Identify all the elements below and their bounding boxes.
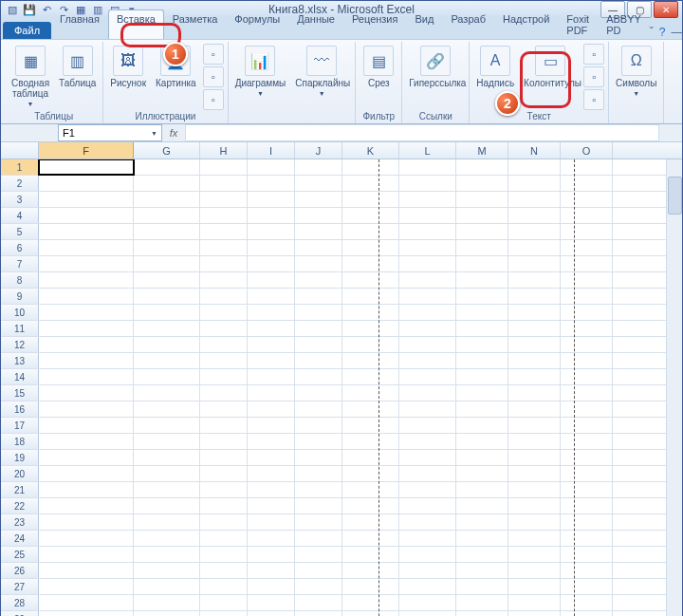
cell[interactable] xyxy=(399,450,456,465)
cell[interactable] xyxy=(39,305,134,320)
cell[interactable] xyxy=(342,611,399,616)
cell[interactable] xyxy=(508,450,561,465)
cell[interactable] xyxy=(134,434,200,449)
row-header[interactable]: 16 xyxy=(1,401,39,417)
cell[interactable] xyxy=(399,224,456,239)
tab-формулы[interactable]: Формулы xyxy=(226,9,288,39)
cell[interactable] xyxy=(456,256,508,271)
cell[interactable] xyxy=(200,498,248,513)
cell[interactable] xyxy=(456,159,508,175)
column-header[interactable]: H xyxy=(200,142,248,159)
cell[interactable] xyxy=(342,305,399,320)
cell[interactable] xyxy=(561,305,613,320)
cell[interactable] xyxy=(456,434,508,449)
row-header[interactable]: 17 xyxy=(1,418,39,433)
column-header[interactable]: N xyxy=(508,142,561,159)
cell[interactable] xyxy=(399,547,456,562)
cell[interactable] xyxy=(200,176,248,191)
cell[interactable] xyxy=(200,256,248,271)
object-button[interactable]: ▫ xyxy=(583,89,604,110)
row-header[interactable]: 6 xyxy=(1,240,39,255)
cell[interactable] xyxy=(134,563,200,578)
cell[interactable] xyxy=(200,466,248,481)
cell[interactable] xyxy=(200,482,248,497)
cell[interactable] xyxy=(342,272,399,288)
cell[interactable] xyxy=(456,272,508,288)
cell[interactable] xyxy=(508,240,561,255)
cell[interactable] xyxy=(39,401,134,417)
row-header[interactable]: 9 xyxy=(1,289,39,304)
save-icon[interactable]: 💾 xyxy=(22,2,37,17)
cell[interactable] xyxy=(295,289,342,304)
cell[interactable] xyxy=(39,321,134,336)
cell[interactable] xyxy=(456,482,508,497)
cell[interactable] xyxy=(295,176,342,191)
cell[interactable] xyxy=(200,563,248,578)
cell[interactable] xyxy=(508,401,561,417)
cell[interactable] xyxy=(456,176,508,191)
row-header[interactable]: 28 xyxy=(1,595,39,610)
cell[interactable] xyxy=(342,401,399,417)
cell[interactable] xyxy=(456,240,508,255)
cell[interactable] xyxy=(456,353,508,368)
cell[interactable] xyxy=(134,240,200,255)
cell[interactable] xyxy=(248,337,295,352)
cell[interactable] xyxy=(39,289,134,304)
row-header[interactable]: 22 xyxy=(1,498,39,513)
cell[interactable] xyxy=(248,418,295,433)
cell[interactable] xyxy=(248,611,295,616)
cell[interactable] xyxy=(342,337,399,352)
cell[interactable] xyxy=(561,563,613,578)
vertical-scroll-thumb[interactable] xyxy=(668,177,682,215)
cell[interactable] xyxy=(456,450,508,465)
formula-input[interactable] xyxy=(185,124,659,141)
cell[interactable] xyxy=(561,595,613,610)
cell[interactable] xyxy=(134,272,200,288)
cell[interactable] xyxy=(200,321,248,336)
cell[interactable] xyxy=(134,159,200,175)
cell[interactable] xyxy=(561,224,613,239)
cell[interactable] xyxy=(248,482,295,497)
name-box[interactable]: F1 ▼ xyxy=(58,124,162,141)
cell[interactable] xyxy=(342,482,399,497)
cell[interactable] xyxy=(39,353,134,368)
cell[interactable] xyxy=(342,595,399,610)
cell[interactable] xyxy=(342,353,399,368)
cell[interactable] xyxy=(456,321,508,336)
cell[interactable] xyxy=(295,369,342,384)
cell[interactable] xyxy=(399,240,456,255)
cell[interactable] xyxy=(508,337,561,352)
chevron-down-icon[interactable]: ▼ xyxy=(151,130,157,137)
tab-вид[interactable]: Вид xyxy=(406,9,442,39)
column-header[interactable]: K xyxy=(342,142,399,159)
cell[interactable] xyxy=(248,224,295,239)
tab-abbyy pd[interactable]: ABBYY PD xyxy=(598,9,650,39)
cell[interactable] xyxy=(39,418,134,433)
cell[interactable] xyxy=(39,579,134,594)
cell[interactable] xyxy=(561,192,613,207)
cell[interactable] xyxy=(561,466,613,481)
cell[interactable] xyxy=(399,579,456,594)
cell[interactable] xyxy=(508,482,561,497)
cell[interactable] xyxy=(39,224,134,239)
cell[interactable] xyxy=(342,418,399,433)
cell[interactable] xyxy=(508,289,561,304)
cell[interactable] xyxy=(342,369,399,384)
cell[interactable] xyxy=(200,385,248,401)
cell[interactable] xyxy=(399,337,456,352)
cell[interactable] xyxy=(561,401,613,417)
tab-разраб[interactable]: Разраб xyxy=(442,9,494,39)
cell[interactable] xyxy=(561,531,613,546)
row-header[interactable]: 18 xyxy=(1,434,39,449)
cell[interactable] xyxy=(399,369,456,384)
cell[interactable] xyxy=(295,337,342,352)
cell[interactable] xyxy=(342,321,399,336)
cell[interactable] xyxy=(295,611,342,616)
cell[interactable] xyxy=(342,450,399,465)
cell[interactable] xyxy=(508,272,561,288)
cell[interactable] xyxy=(399,176,456,191)
cell[interactable] xyxy=(399,321,456,336)
close-button[interactable]: ✕ xyxy=(654,1,678,18)
cell[interactable] xyxy=(456,192,508,207)
cell[interactable] xyxy=(134,289,200,304)
